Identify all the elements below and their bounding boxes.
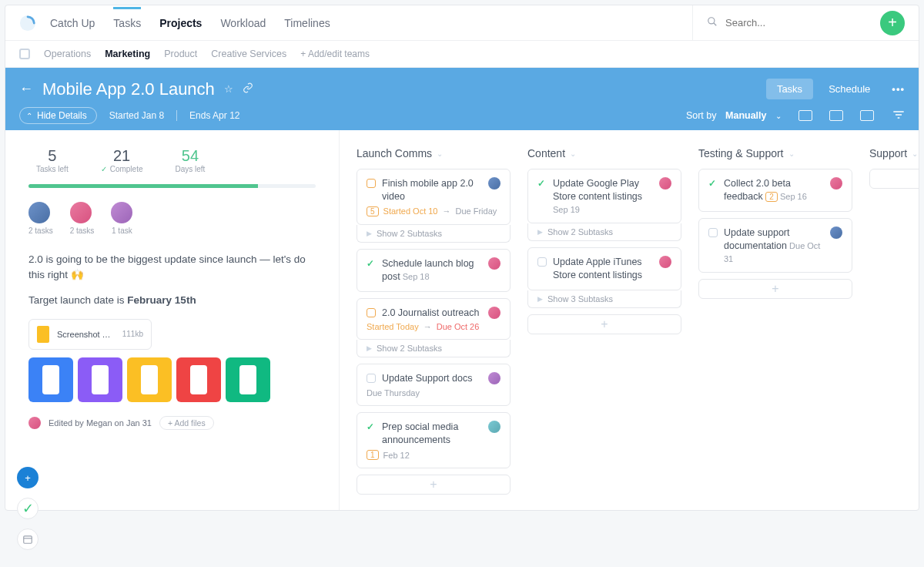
show-subtasks[interactable]: ▶Show 2 Subtasks [527,223,681,241]
tab-schedule[interactable]: Schedule [818,79,881,99]
fab-add[interactable]: + [17,467,38,488]
teams-nav: OperationsMarketingProductCreative Servi… [44,49,286,59]
assignee-avatar [830,177,842,190]
add-button[interactable]: + [880,11,905,35]
chevron-down-icon: ⌄ [570,149,576,158]
assignee-avatar [488,307,500,319]
task-checkbox[interactable]: ✓ [367,422,376,431]
task-title: Finish mobile app 2.0 video [382,178,474,202]
link-icon[interactable] [243,82,253,96]
add-card-button[interactable] [869,169,919,189]
thumbnail[interactable] [127,357,172,402]
show-subtasks[interactable]: ▶Show 2 Subtasks [357,225,511,243]
project-title: Mobile App 2.0 Launch [42,79,215,99]
task-card[interactable]: Finish mobile app 2.0 video5Started Oct … [357,169,511,225]
task-card[interactable]: ✓Schedule launch blog post Sep 18 [357,249,511,292]
assignee-avatar[interactable] [70,202,92,223]
team-item[interactable]: Operations [44,49,91,59]
team-item[interactable]: Product [164,49,197,59]
view-split-icon[interactable] [860,110,874,121]
chevron-right-icon: ▶ [367,344,372,352]
task-checkbox[interactable]: ✓ [367,259,376,268]
team-item[interactable]: Creative Services [211,49,286,59]
hide-details-button[interactable]: ⌃Hide Details [19,107,97,124]
task-checkbox[interactable] [537,257,547,267]
nav-item[interactable]: Workload [220,8,266,39]
sort-dropdown[interactable]: Sort by Manually ⌄ [686,110,782,121]
filter-icon[interactable] [892,110,905,122]
task-title: Update Support docs [382,373,472,384]
complete-count: 21 [101,147,143,165]
panel-toggle-icon[interactable] [19,49,30,59]
task-checkbox[interactable] [367,308,376,317]
thumbnail[interactable] [176,357,221,402]
check-icon: ✓ [101,165,107,173]
column-header[interactable]: Launch Comms⌄ [357,147,511,159]
task-card[interactable]: Update Apple iTunes Store content listin… [527,247,681,290]
assignees: 2 tasks2 tasks1 task [28,202,316,235]
star-icon[interactable]: ☆ [224,83,233,95]
assignee-avatar [659,177,671,190]
task-card[interactable]: ✓Prep social media announcements1Feb 12 [357,412,511,468]
add-edit-teams[interactable]: + Add/edit teams [300,49,370,59]
task-checkbox[interactable] [708,228,718,237]
tab-tasks[interactable]: Tasks [766,79,813,99]
file-icon [37,326,49,343]
task-checkbox[interactable]: ✓ [708,179,718,188]
chevron-down-icon: ⌄ [912,149,918,158]
task-card[interactable]: Update support documentation Due Oct 31 [698,218,852,273]
view-board-icon[interactable] [829,110,843,121]
svg-point-1 [708,18,715,24]
chevron-down-icon: ⌄ [437,149,443,158]
search-icon [707,16,718,29]
task-card[interactable]: Update Support docsDue Thursday [357,364,511,406]
nav-item[interactable]: Projects [159,8,202,39]
assignee-avatar [488,177,500,190]
chevron-right-icon: ▶ [537,295,543,303]
task-title: 2.0 Journalist outreach [382,307,479,318]
thumbnail[interactable] [226,357,270,402]
edited-by: Edited by Megan on Jan 31 [49,418,152,428]
task-card[interactable]: 2.0 Journalist outreachStarted Today → D… [357,298,511,341]
task-card[interactable]: ✓Collect 2.0 beta feedback 2 Sep 16 [698,169,852,212]
view-list-icon[interactable] [798,110,812,121]
thumbnail-row [28,357,316,402]
nav-item[interactable]: Tasks [113,8,141,39]
column-header[interactable]: Support⌄ [869,147,919,159]
chevron-right-icon: ▶ [537,228,543,236]
task-title: Prep social media announcements [382,421,458,445]
column-header[interactable]: Testing & Support⌄ [698,147,852,159]
column-header[interactable]: Content⌄ [527,147,681,159]
thumbnail[interactable] [28,357,73,402]
main-nav: Catch UpTasksProjectsWorkloadTimelines [50,8,330,39]
task-checkbox[interactable] [367,374,376,383]
more-icon[interactable]: ••• [892,83,905,95]
assignee-avatar [488,421,500,433]
nav-item[interactable]: Timelines [284,8,330,39]
chevron-down-icon: ⌄ [775,112,782,120]
assignee-avatar [488,257,500,270]
show-subtasks[interactable]: ▶Show 3 Subtasks [527,290,681,308]
editor-avatar [28,417,41,429]
tasks-left-count: 5 [36,147,69,165]
nav-item[interactable]: Catch Up [50,8,95,39]
attachment[interactable]: Screenshot Temp... 111kb [28,319,152,350]
task-checkbox[interactable]: ✓ [537,179,547,188]
task-checkbox[interactable] [367,179,376,188]
task-title: Update Apple iTunes Store content listin… [553,257,642,280]
fab-tasks[interactable]: ✓ [17,498,38,515]
add-card-button[interactable]: + [698,279,852,299]
show-subtasks[interactable]: ▶Show 2 Subtasks [357,340,511,357]
add-card-button[interactable]: + [527,314,681,334]
assignee-avatar[interactable] [111,202,132,223]
add-files-button[interactable]: + Add files [159,416,214,430]
task-card[interactable]: ✓Update Google Play Store content listin… [527,169,681,223]
back-icon[interactable]: ← [19,81,33,97]
thumbnail[interactable] [78,357,122,402]
team-item[interactable]: Marketing [105,49,150,59]
assignee-avatar [830,226,842,239]
assignee-avatar[interactable] [28,202,50,223]
search-input[interactable] [725,17,855,29]
add-card-button[interactable]: + [357,475,511,495]
assignee-avatar [488,372,500,384]
